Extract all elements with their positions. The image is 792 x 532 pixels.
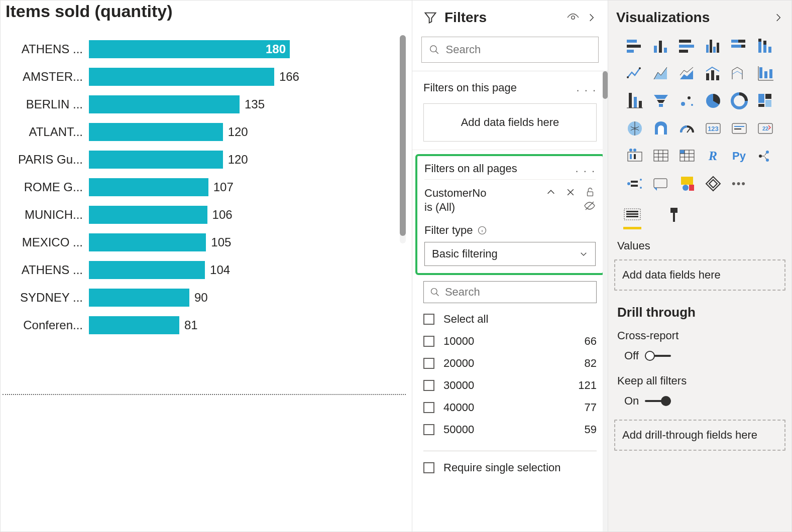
svg-rect-79 [670, 208, 677, 213]
viz-key-influencers-icon[interactable] [755, 146, 775, 166]
viz-column-axis-icon[interactable] [625, 91, 645, 111]
page-filters-dropzone[interactable]: Add data fields here [423, 103, 597, 142]
lock-icon[interactable] [585, 187, 596, 198]
viz-slicer-icon[interactable] [625, 146, 645, 166]
chart-bar-row[interactable]: ATLANT... 120 [3, 118, 359, 146]
keep-filters-toggle[interactable] [645, 396, 671, 406]
viz-ribbon-icon[interactable] [729, 63, 749, 83]
viz-card-icon[interactable]: 123 [703, 118, 723, 139]
viz-r-visual-icon[interactable]: R [703, 146, 723, 166]
eye-preview-icon[interactable] [567, 11, 580, 24]
filter-option-row[interactable]: 20000 82 [423, 352, 597, 374]
chart-bar-row[interactable]: MEXICO ... 105 [3, 228, 359, 256]
viz-treemap-icon[interactable] [755, 91, 775, 111]
viz-python-visual-icon[interactable]: Py [729, 146, 749, 166]
svg-rect-5 [627, 40, 637, 43]
chart-bar-row[interactable]: MUNICH... 106 [3, 201, 359, 228]
viz-matrix-icon[interactable] [677, 146, 697, 166]
viz-area-icon[interactable] [651, 63, 671, 83]
viz-decomposition-tree-icon[interactable] [625, 174, 645, 194]
svg-rect-74 [689, 185, 694, 191]
viz-pie-icon[interactable] [703, 91, 723, 111]
svg-rect-37 [639, 101, 642, 108]
drill-through-title: Drill through [617, 305, 786, 320]
viz-stacked-bar-100-icon[interactable] [729, 36, 749, 56]
checkbox[interactable] [423, 380, 434, 391]
cross-report-toggle[interactable] [645, 351, 671, 361]
filter-option-row[interactable]: 50000 59 [423, 419, 597, 441]
chevron-right-icon[interactable] [587, 11, 597, 25]
viz-kpi-icon[interactable]: 22 [755, 118, 775, 139]
chart-bar-row[interactable]: ATHENS ... 180 [3, 35, 359, 63]
bar-value: 81 [184, 318, 198, 332]
chart-bar-row[interactable]: PARIS Gu... 120 [3, 146, 359, 173]
checkbox[interactable] [423, 314, 434, 325]
filter-option-row[interactable]: Select all [423, 308, 597, 330]
chart-scrollbar[interactable] [400, 35, 406, 243]
viz-stacked-area-icon[interactable] [677, 63, 697, 83]
svg-rect-76 [626, 211, 638, 212]
viz-scatter-icon[interactable] [677, 91, 697, 111]
hide-filter-icon[interactable] [584, 200, 596, 212]
more-options-icon[interactable]: . . . [575, 162, 596, 175]
filter-option-row[interactable]: 40000 77 [423, 396, 597, 419]
viz-clustered-bar-h-icon[interactable] [677, 36, 697, 56]
fields-tab[interactable] [623, 207, 641, 229]
viz-multi-row-card-icon[interactable] [729, 118, 749, 139]
viz-paginated-rdl-icon[interactable] [677, 174, 697, 194]
checkbox[interactable] [423, 358, 434, 369]
viz-more-visuals-icon[interactable]: ••• [729, 174, 749, 194]
filter-values-search[interactable] [423, 281, 597, 303]
bar-category-label: Conferen... [3, 318, 89, 332]
chart-visual[interactable]: Items sold (quantity) ATHENS ... 180AMST… [1, 1, 412, 531]
viz-clustered-column-2-icon[interactable] [703, 36, 723, 56]
viz-stacked-bar-h-icon[interactable] [625, 36, 645, 56]
filter-type-select[interactable]: Basic filtering [424, 242, 596, 266]
checkbox[interactable] [423, 336, 434, 347]
viz-clustered-column-icon[interactable] [651, 36, 671, 56]
cross-report-label: Cross-report [617, 329, 786, 342]
visualizations-pane: Visualizations 12322RPy••• Values Add da… [608, 1, 791, 531]
chevron-up-icon[interactable] [545, 187, 556, 198]
format-tab[interactable] [666, 207, 682, 229]
viz-qa-icon[interactable] [651, 174, 671, 194]
filter-values-search-input[interactable] [445, 286, 590, 299]
viz-donut-icon[interactable] [729, 91, 749, 111]
viz-map-icon[interactable] [625, 118, 645, 139]
chart-bar-row[interactable]: ROME G... 107 [3, 173, 359, 201]
svg-rect-6 [627, 45, 641, 48]
drill-through-dropzone[interactable]: Add drill-through fields here [614, 420, 785, 451]
viz-power-apps-icon[interactable] [703, 174, 723, 194]
chart-bar-row[interactable]: BERLIN ... 135 [3, 90, 359, 118]
viz-line-icon[interactable] [625, 63, 645, 83]
chart-bar-row[interactable]: AMSTER... 166 [3, 63, 359, 90]
viz-gauge-icon[interactable] [677, 118, 697, 139]
require-single-checkbox[interactable] [423, 462, 434, 473]
viz-stacked-column-100-icon[interactable] [755, 36, 775, 56]
more-options-icon[interactable]: . . . [576, 81, 597, 94]
values-dropzone[interactable]: Add data fields here [614, 259, 785, 291]
filters-scrollbar[interactable] [603, 71, 608, 531]
checkbox[interactable] [423, 402, 434, 413]
chart-bar-row[interactable]: Conferen... 81 [3, 311, 359, 339]
filter-option-row[interactable]: 30000 121 [423, 374, 597, 396]
viz-waterfall-icon[interactable] [755, 63, 775, 83]
filter-summary: is (All) [424, 201, 486, 214]
viz-filled-map-icon[interactable] [651, 118, 671, 139]
viz-funnel-icon[interactable] [651, 91, 671, 111]
checkbox[interactable] [423, 424, 434, 435]
svg-rect-18 [731, 40, 738, 43]
filters-search[interactable] [421, 37, 599, 63]
info-icon[interactable] [477, 225, 487, 235]
viz-line-column-icon[interactable] [703, 63, 723, 83]
viz-table-icon[interactable] [651, 146, 671, 166]
chart-bar-row[interactable]: SYDNEY ... 90 [3, 284, 359, 311]
chevron-right-icon[interactable] [773, 11, 783, 25]
filter-card-customerno[interactable]: CustomerNo is (All) [424, 179, 596, 266]
clear-filter-icon[interactable] [565, 187, 576, 197]
filter-option-row[interactable]: 10000 66 [423, 330, 597, 352]
chevron-down-icon [579, 249, 588, 258]
chart-bar-row[interactable]: ATHENS ... 104 [3, 256, 359, 284]
filters-search-input[interactable] [446, 43, 591, 56]
svg-point-40 [688, 96, 691, 99]
